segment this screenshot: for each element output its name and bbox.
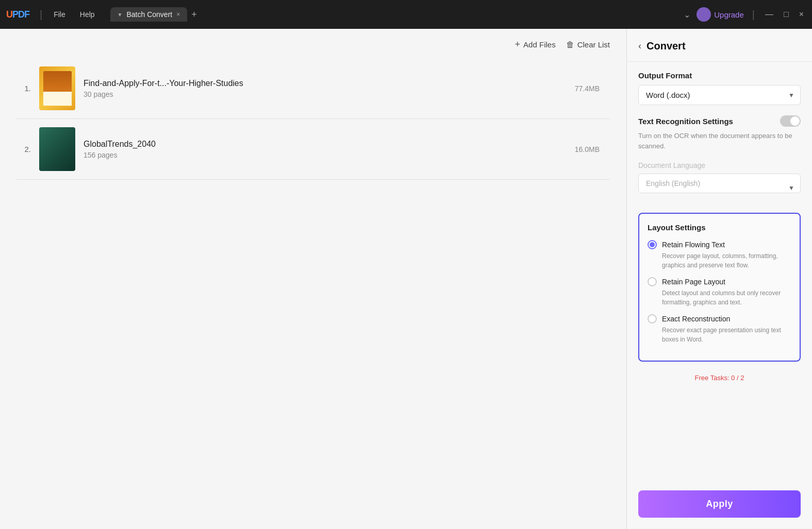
file-name: GlobalTrends_2040	[84, 140, 567, 149]
radio-row-flowing: Retain Flowing Text	[648, 240, 791, 249]
title-bar: UPDF | File Help ▼ Batch Convert × + ⌄ U…	[0, 0, 812, 29]
plus-icon: +	[515, 39, 521, 50]
radio-flowing-desc: Recover page layout, columns, formatting…	[662, 251, 791, 270]
overflow-icon[interactable]: ⌄	[684, 10, 690, 20]
right-header: ‹ Convert	[627, 29, 812, 62]
radio-flowing-label: Retain Flowing Text	[662, 241, 725, 249]
minimize-button[interactable]: —	[765, 10, 773, 19]
toolbar: + Add Files 🗑 Clear List	[16, 29, 610, 58]
upgrade-button[interactable]: Upgrade	[697, 7, 744, 22]
tab-close-icon[interactable]: ×	[176, 11, 180, 18]
right-panel-title: Convert	[647, 40, 686, 52]
ocr-header: Text Recognition Settings	[638, 115, 801, 127]
file-thumbnail	[39, 127, 75, 171]
radio-page-layout-label: Retain Page Layout	[662, 278, 725, 286]
ocr-toggle[interactable]	[780, 115, 801, 127]
radio-option-flowing: Retain Flowing Text Recover page layout,…	[648, 240, 791, 270]
tab-add-icon[interactable]: +	[191, 9, 197, 20]
app-logo: UPDF	[6, 9, 29, 20]
title-bar-right: ⌄ Upgrade | — □ ×	[684, 7, 806, 22]
file-index: 2.	[16, 145, 31, 153]
window-close-button[interactable]: ×	[799, 10, 804, 19]
file-item[interactable]: 2. GlobalTrends_2040 156 pages 16.0MB	[16, 119, 610, 180]
file-size: 77.4MB	[575, 84, 610, 93]
separator: |	[40, 9, 42, 21]
file-thumbnail	[39, 66, 75, 110]
layout-settings-box: Layout Settings Retain Flowing Text Reco…	[638, 213, 801, 362]
clear-list-label: Clear List	[577, 40, 610, 49]
tab-bar: ▼ Batch Convert × +	[110, 7, 680, 22]
radio-exact-label: Exact Reconstruction	[662, 315, 730, 323]
file-list: 1. Find-and-Apply-For-t...-Your-Higher-S…	[16, 58, 610, 180]
ocr-label: Text Recognition Settings	[638, 117, 733, 126]
file-panel: + Add Files 🗑 Clear List 1.	[0, 29, 626, 529]
file-info: Find-and-Apply-For-t...-Your-Higher-Stud…	[84, 79, 567, 98]
apply-button[interactable]: Apply	[638, 490, 801, 518]
free-tasks-label: Free Tasks: 0 / 2	[638, 370, 801, 389]
file-name: Find-and-Apply-For-t...-Your-Higher-Stud…	[84, 79, 567, 88]
doc-lang-label: Document Language	[638, 161, 801, 169]
radio-exact-desc: Recover exact page presentation using te…	[662, 326, 791, 344]
maximize-button[interactable]: □	[784, 10, 789, 19]
avatar	[697, 7, 711, 22]
radio-option-exact: Exact Reconstruction Recover exact page …	[648, 314, 791, 344]
file-pages: 156 pages	[84, 151, 567, 159]
layout-settings-title: Layout Settings	[648, 223, 791, 232]
lang-select-wrapper: English (English) ▼	[638, 174, 801, 202]
trash-icon: 🗑	[566, 40, 574, 49]
radio-page-layout-circle[interactable]	[648, 277, 657, 286]
output-format-label: Output Format	[638, 71, 801, 80]
tab-batch-convert[interactable]: ▼ Batch Convert ×	[110, 7, 188, 22]
add-files-button[interactable]: + Add Files	[515, 39, 556, 50]
main-area: + Add Files 🗑 Clear List 1.	[0, 29, 812, 529]
upgrade-label: Upgrade	[714, 10, 744, 19]
right-panel: ‹ Convert Output Format Word (.docx) Exc…	[626, 29, 812, 529]
radio-page-layout-desc: Detect layout and columns but only recov…	[662, 288, 791, 307]
output-format-select[interactable]: Word (.docx) Excel (.xlsx) PowerPoint (.…	[638, 85, 801, 105]
separator2: |	[752, 9, 755, 21]
radio-option-page-layout: Retain Page Layout Detect layout and col…	[648, 277, 791, 307]
menu-help[interactable]: Help	[75, 8, 100, 21]
radio-row-page-layout: Retain Page Layout	[648, 277, 791, 286]
file-info: GlobalTrends_2040 156 pages	[84, 140, 567, 159]
file-pages: 30 pages	[84, 90, 567, 98]
ocr-section: Text Recognition Settings Turn on the OC…	[638, 115, 801, 151]
file-item[interactable]: 1. Find-and-Apply-For-t...-Your-Higher-S…	[16, 58, 610, 119]
file-index: 1.	[16, 84, 31, 93]
tab-label: Batch Convert	[126, 10, 172, 19]
back-arrow-icon[interactable]: ‹	[638, 41, 641, 52]
menu-file[interactable]: File	[48, 8, 71, 21]
tab-dropdown-icon: ▼	[118, 12, 123, 18]
clear-list-button[interactable]: 🗑 Clear List	[566, 40, 610, 49]
add-files-label: Add Files	[523, 40, 556, 49]
radio-row-exact: Exact Reconstruction	[648, 314, 791, 323]
right-content: Output Format Word (.docx) Excel (.xlsx)…	[627, 62, 812, 490]
doc-lang-select[interactable]: English (English)	[638, 174, 801, 193]
radio-exact-circle[interactable]	[648, 314, 657, 323]
radio-flowing-circle[interactable]	[648, 240, 657, 249]
ocr-description: Turn on the OCR when the document appear…	[638, 131, 801, 151]
output-format-wrapper: Word (.docx) Excel (.xlsx) PowerPoint (.…	[638, 85, 801, 105]
file-size: 16.0MB	[575, 145, 610, 153]
